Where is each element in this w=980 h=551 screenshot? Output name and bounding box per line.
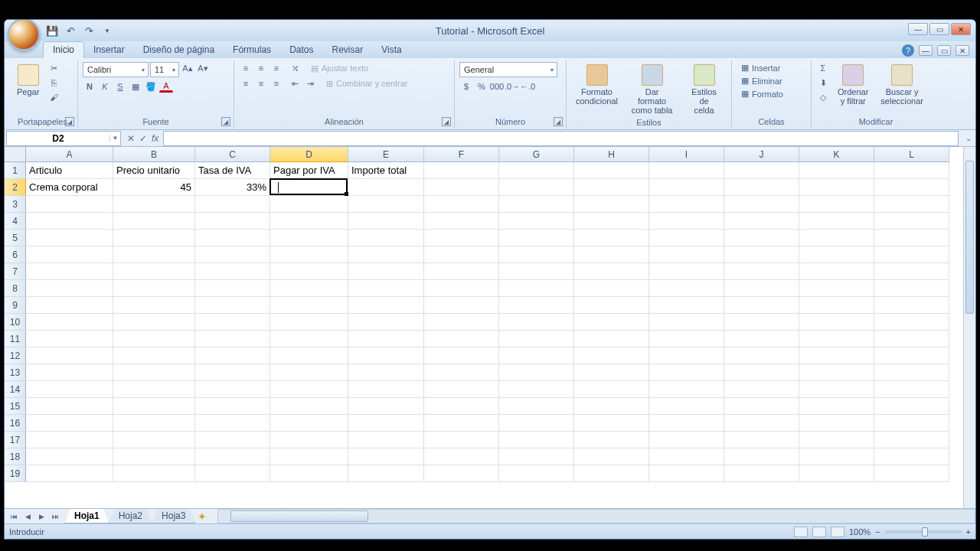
cell-C16[interactable] <box>195 415 270 432</box>
cell-I10[interactable] <box>649 314 724 331</box>
cell-L17[interactable] <box>874 432 949 448</box>
clipboard-launcher-icon[interactable]: ◢ <box>65 117 74 126</box>
cell-A1[interactable]: Articulo <box>26 162 113 179</box>
normal-view-button[interactable] <box>794 527 808 537</box>
shrink-font-icon[interactable]: A▾ <box>196 62 210 74</box>
cell-C3[interactable] <box>195 196 270 213</box>
cell-L5[interactable] <box>874 230 949 246</box>
cell-J2[interactable] <box>724 179 799 196</box>
font-size-combo[interactable]: 11 <box>150 62 179 77</box>
cell-A10[interactable] <box>26 314 113 331</box>
formula-bar[interactable] <box>163 131 959 146</box>
cell-H18[interactable] <box>574 448 649 465</box>
tab-datos[interactable]: Datos <box>280 42 322 58</box>
comma-format-icon[interactable]: 000 <box>490 80 504 93</box>
cell-G3[interactable] <box>499 196 574 213</box>
cell-B5[interactable] <box>113 230 195 246</box>
cell-D17[interactable] <box>270 432 348 448</box>
cell-L2[interactable] <box>874 179 949 196</box>
cell-E2[interactable] <box>348 179 424 196</box>
cell-I9[interactable] <box>649 297 724 314</box>
cell-F1[interactable] <box>424 162 499 179</box>
cell-E9[interactable] <box>348 297 424 314</box>
column-header-H[interactable]: H <box>574 147 649 162</box>
cancel-edit-icon[interactable]: ✕ <box>127 133 135 144</box>
new-sheet-button[interactable]: ✦ <box>194 509 210 523</box>
accounting-format-icon[interactable]: $ <box>459 80 473 93</box>
cell-L8[interactable] <box>874 280 949 297</box>
cell-K12[interactable] <box>799 347 874 364</box>
cell-H9[interactable] <box>574 297 649 314</box>
maximize-button[interactable]: ▭ <box>929 23 949 35</box>
cell-B1[interactable]: Precio unitario <box>113 162 195 179</box>
sheet-nav-first-icon[interactable]: ⏮ <box>8 513 20 520</box>
cell-C6[interactable] <box>195 246 270 263</box>
cell-L16[interactable] <box>874 415 949 432</box>
cell-I5[interactable] <box>649 230 724 246</box>
cell-D10[interactable] <box>270 314 348 331</box>
cell-F5[interactable] <box>424 230 499 246</box>
cell-A17[interactable] <box>26 432 113 448</box>
cell-B9[interactable] <box>113 297 195 314</box>
cell-J11[interactable] <box>724 331 799 347</box>
cell-L9[interactable] <box>874 297 949 314</box>
tab-insertar[interactable]: Insertar <box>84 42 134 58</box>
row-header-5[interactable]: 5 <box>5 230 26 246</box>
cell-G9[interactable] <box>499 297 574 314</box>
cell-F7[interactable] <box>424 263 499 280</box>
align-center-icon[interactable]: ≡ <box>254 77 268 90</box>
cell-I12[interactable] <box>649 347 724 364</box>
cell-A16[interactable] <box>26 415 113 432</box>
cell-A2[interactable]: Crema corporal <box>26 179 113 196</box>
align-top-icon[interactable]: ≡ <box>239 62 253 74</box>
help-icon[interactable]: ? <box>902 44 914 57</box>
cell-E4[interactable] <box>348 213 424 230</box>
page-break-view-button[interactable] <box>831 527 844 537</box>
cell-I14[interactable] <box>649 381 724 398</box>
select-all-corner[interactable] <box>5 147 26 162</box>
cell-B12[interactable] <box>113 347 195 364</box>
cell-E5[interactable] <box>348 230 424 246</box>
cell-H4[interactable] <box>574 213 649 230</box>
cell-K16[interactable] <box>799 415 874 432</box>
cell-H5[interactable] <box>574 230 649 246</box>
close-button[interactable]: ✕ <box>951 23 971 35</box>
cell-F19[interactable] <box>424 465 499 482</box>
cell-K13[interactable] <box>799 364 874 381</box>
cell-F12[interactable] <box>424 347 499 364</box>
cell-F4[interactable] <box>424 213 499 230</box>
cell-D11[interactable] <box>270 331 348 347</box>
save-icon[interactable]: 💾 <box>46 24 58 37</box>
increase-indent-icon[interactable]: ⇥ <box>303 77 317 90</box>
column-header-D[interactable]: D <box>270 147 348 162</box>
cell-C15[interactable] <box>195 398 270 415</box>
cell-B2[interactable]: 45 <box>113 179 195 196</box>
column-header-F[interactable]: F <box>424 147 499 162</box>
column-header-J[interactable]: J <box>724 147 799 162</box>
cell-C11[interactable] <box>195 331 270 347</box>
delete-cells-button[interactable]: ▦Eliminar <box>737 75 787 86</box>
cell-A11[interactable] <box>26 331 113 347</box>
cell-C14[interactable] <box>195 381 270 398</box>
insert-cells-button[interactable]: ▦Insertar <box>737 62 785 73</box>
cell-I15[interactable] <box>649 398 724 415</box>
row-header-17[interactable]: 17 <box>5 432 26 448</box>
font-name-combo[interactable]: Calibri <box>83 62 149 77</box>
cell-J1[interactable] <box>724 162 799 179</box>
cell-L13[interactable] <box>874 364 949 381</box>
cell-K8[interactable] <box>799 280 874 297</box>
cell-G10[interactable] <box>499 314 574 331</box>
cell-I2[interactable] <box>649 179 724 196</box>
cell-F9[interactable] <box>424 297 499 314</box>
column-header-E[interactable]: E <box>348 147 424 162</box>
cell-K17[interactable] <box>799 432 874 448</box>
cell-L4[interactable] <box>874 213 949 230</box>
cell-L18[interactable] <box>874 448 949 465</box>
fx-icon[interactable]: fx <box>152 133 158 144</box>
row-header-10[interactable]: 10 <box>5 314 26 331</box>
cell-L6[interactable] <box>874 246 949 263</box>
cell-A5[interactable] <box>26 230 113 246</box>
cell-J12[interactable] <box>724 347 799 364</box>
clear-icon[interactable]: ◇ <box>816 91 830 103</box>
sheet-tab-hoja3[interactable]: Hoja3 <box>152 509 195 523</box>
